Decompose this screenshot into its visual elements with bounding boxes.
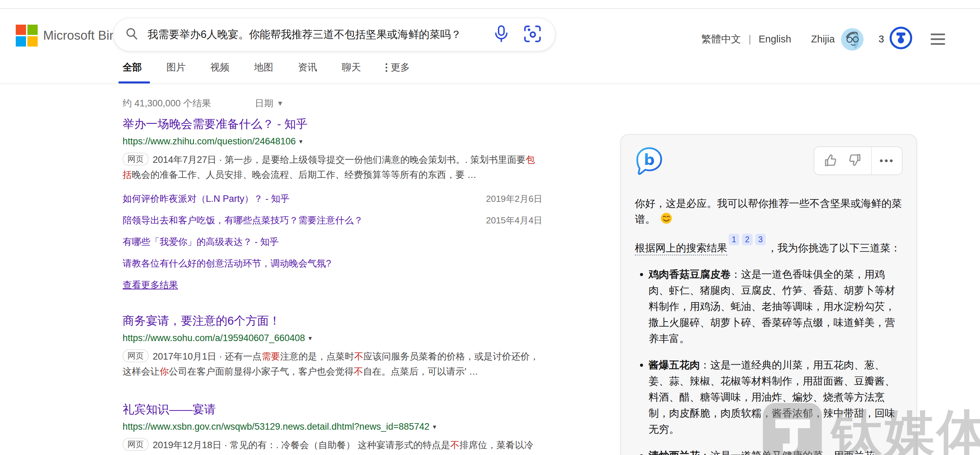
- bing-search-page: Microsoft Bing 我需要举办6人晚宴。你能帮我推荐三道不包括坚果或海…: [0, 0, 980, 455]
- result-title-link[interactable]: 举办一场晚会需要准备什么？ - 知乎: [123, 116, 542, 132]
- tab-maps[interactable]: 地图: [254, 61, 273, 74]
- dish-item-2: 酱爆五花肉：这是一道经典的川菜，用五花肉、葱、姜、蒜、辣椒、花椒等材料制作，用甜…: [649, 357, 903, 437]
- sublink-row: 如何评价昨夜派对（L.N Party）？ - 知乎 2019年2月6日: [123, 193, 542, 205]
- tab-more[interactable]: 更多: [385, 61, 410, 74]
- snippet-highlight: 不: [354, 366, 363, 377]
- hamburger-menu-icon[interactable]: [931, 33, 945, 45]
- chat-intro: 根据网上的搜索结果123，我为你挑选了以下三道菜：: [635, 239, 903, 256]
- sublink-row: 有哪些「我爱你」的高级表达？ - 知乎: [123, 236, 542, 248]
- tab-images[interactable]: 图片: [166, 61, 186, 74]
- dish-item-3: 清炒西兰花：这是一道简单又健康的菜，用西兰花、蒜、盐、油等材料制作，用开水焯烫、…: [649, 447, 903, 455]
- sublink-date: 2015年4月4日: [486, 214, 542, 227]
- visual-search-icon[interactable]: [523, 25, 541, 44]
- citation-1[interactable]: 1: [729, 234, 739, 245]
- result-title-link[interactable]: 商务宴请，要注意的6个方面！: [123, 312, 542, 329]
- feedback-pill: •••: [814, 146, 903, 175]
- snippet-highlight: 需要: [262, 351, 280, 361]
- sublink-link[interactable]: 请教各位有什么好的创意活动环节，调动晚会气氛?: [123, 257, 331, 270]
- microsoft-logo-icon: [16, 25, 38, 46]
- tab-chat[interactable]: 聊天: [342, 61, 361, 74]
- search-result-2: 商务宴请，要注意的6个方面！ https://www.sohu.com/a/19…: [123, 312, 542, 379]
- bing-chat-logo-icon: b: [635, 146, 663, 178]
- snippet-text: 晚会的准备工作、人员安排、晚会流程、后期工作、经费预算等等所有的东西，要 …: [132, 170, 477, 180]
- results-meta: 约 41,300,000 个结果 日期 ▼: [123, 97, 283, 109]
- search-input[interactable]: 我需要举办6人晚宴。你能帮我推荐三道不包括坚果或海鲜的菜吗？: [148, 27, 493, 42]
- dish-item-1: 鸡肉香菇豆腐皮卷：这是一道色香味俱全的菜，用鸡肉、虾仁、猪腿肉、豆腐皮、竹笋、香…: [649, 266, 903, 347]
- header-right: 繁體中文 | English Zhijia 3: [701, 26, 945, 52]
- smiling-emoji-icon: [657, 215, 673, 227]
- citation-2[interactable]: 2: [742, 234, 752, 245]
- search-box[interactable]: 我需要举办6人晚宴。你能帮我推荐三道不包括坚果或海鲜的菜吗？: [113, 18, 555, 51]
- rewards-count[interactable]: 3: [879, 33, 884, 45]
- bing-logo[interactable]: Microsoft Bing: [16, 25, 123, 46]
- sublink-link[interactable]: 如何评价昨夜派对（L.N Party）？ - 知乎: [123, 193, 290, 205]
- logo-text: Microsoft Bing: [43, 29, 123, 43]
- tabs-divider: [0, 84, 980, 84]
- bing-chat-card: b: [620, 134, 917, 455]
- see-more-results-link[interactable]: 查看更多结果: [123, 279, 542, 291]
- tab-videos[interactable]: 视频: [210, 61, 229, 74]
- result-sublinks: 如何评价昨夜派对（L.N Party）？ - 知乎 2019年2月6日 陪领导出…: [123, 193, 542, 291]
- citation-3[interactable]: 3: [756, 234, 766, 245]
- chat-response: 你好，这是必应。我可以帮你推荐一些不含坚果或海鲜的菜谱。 根据网上的搜索结果12…: [635, 196, 903, 455]
- sublink-row: 请教各位有什么好的创意活动环节，调动晚会气氛?: [123, 257, 542, 270]
- sublink-link[interactable]: 陪领导出去和客户吃饭，有哪些点菜技巧？需要注意什么？: [123, 214, 363, 227]
- snippet-highlight: 你: [159, 366, 169, 377]
- microphone-icon[interactable]: [493, 25, 509, 44]
- snippet-text: 2017年10月1日 · 还有一点: [153, 351, 262, 361]
- date-filter-dropdown[interactable]: 日期 ▼: [255, 97, 283, 109]
- snippet-text: 注意的是，点菜时: [280, 351, 354, 361]
- rewards-medal-icon[interactable]: [889, 26, 913, 52]
- snippet-highlight: 不: [354, 351, 363, 361]
- top-divider: [0, 8, 980, 9]
- url-caret-icon[interactable]: ▾: [433, 423, 436, 431]
- more-options-icon[interactable]: •••: [871, 147, 902, 174]
- chevron-down-icon: ▼: [277, 100, 283, 108]
- svg-text:b: b: [644, 151, 655, 168]
- snippet-highlight: 不: [450, 440, 460, 450]
- search-icon: [125, 27, 139, 42]
- snippet-text: 2014年7月27日 · 第一步，是要给上级领导提交一份他们满意的晚会策划书。.…: [153, 155, 526, 165]
- thumbs-down-icon[interactable]: [847, 152, 862, 169]
- snippet-text: 公司在客户面前显得小家子气，客户也会觉得: [169, 366, 354, 377]
- webpage-badge: 网页: [123, 349, 149, 362]
- result-url-link[interactable]: https://www.sohu.com/a/195940607_660408: [123, 333, 305, 344]
- search-tabs: 全部 图片 视频 地图 资讯 聊天 更多: [123, 61, 410, 74]
- language-english[interactable]: English: [759, 33, 791, 45]
- vertical-dots-icon: [385, 63, 387, 72]
- chat-greeting: 你好，这是必应。我可以帮你推荐一些不含坚果或海鲜的菜谱。: [635, 196, 903, 229]
- result-url-link[interactable]: https://www.zhihu.com/question/24648106: [123, 136, 296, 147]
- dish-list: 鸡肉香菇豆腐皮卷：这是一道色香味俱全的菜，用鸡肉、虾仁、猪腿肉、豆腐皮、竹笋、香…: [635, 266, 903, 455]
- language-traditional-chinese[interactable]: 繁體中文: [701, 33, 741, 46]
- search-result-3: 礼宾知识——宴请 https://www.xsbn.gov.cn/wsqwb/5…: [123, 401, 542, 455]
- search-reference-text[interactable]: 根据网上的搜索结果: [635, 242, 727, 255]
- result-snippet: 网页2019年12月18日 · 常见的有：. 冷餐会（自助餐） 这种宴请形式的特…: [123, 438, 542, 455]
- sublink-link[interactable]: 有哪些「我爱你」的高级表达？ - 知乎: [123, 236, 279, 248]
- results-count: 约 41,300,000 个结果: [123, 97, 211, 109]
- snippet-text: 自在。点菜后，可以请示' …: [363, 366, 478, 377]
- url-caret-icon[interactable]: ▾: [309, 334, 312, 342]
- webpage-badge: 网页: [123, 152, 149, 166]
- sublink-date: 2019年2月6日: [486, 193, 542, 205]
- tab-all[interactable]: 全部: [123, 61, 142, 74]
- tab-news[interactable]: 资讯: [298, 61, 317, 74]
- result-snippet: 网页2014年7月27日 · 第一步，是要给上级领导提交一份他们满意的晚会策划书…: [123, 152, 542, 182]
- result-snippet: 网页2017年10月1日 · 还有一点需要注意的是，点菜时不应该问服务员菜肴的价…: [123, 349, 542, 379]
- avatar[interactable]: [841, 28, 864, 51]
- language-separator: |: [749, 33, 751, 45]
- snippet-text: 2019年12月18日 · 常见的有：. 冷餐会（自助餐） 这种宴请形式的特点是: [153, 440, 450, 450]
- results-column: 举办一场晚会需要准备什么？ - 知乎 https://www.zhihu.com…: [123, 116, 542, 455]
- username[interactable]: Zhijia: [811, 33, 835, 45]
- result-url-link[interactable]: https://www.xsbn.gov.cn/wsqwb/53129.news…: [123, 422, 430, 432]
- url-caret-icon[interactable]: ▾: [299, 138, 303, 145]
- result-title-link[interactable]: 礼宾知识——宴请: [123, 401, 542, 417]
- webpage-badge: 网页: [123, 438, 149, 451]
- sublink-row: 陪领导出去和客户吃饭，有哪些点菜技巧？需要注意什么？ 2015年4月4日: [123, 214, 542, 227]
- thumbs-up-icon[interactable]: [823, 152, 838, 169]
- search-result-1: 举办一场晚会需要准备什么？ - 知乎 https://www.zhihu.com…: [123, 116, 542, 291]
